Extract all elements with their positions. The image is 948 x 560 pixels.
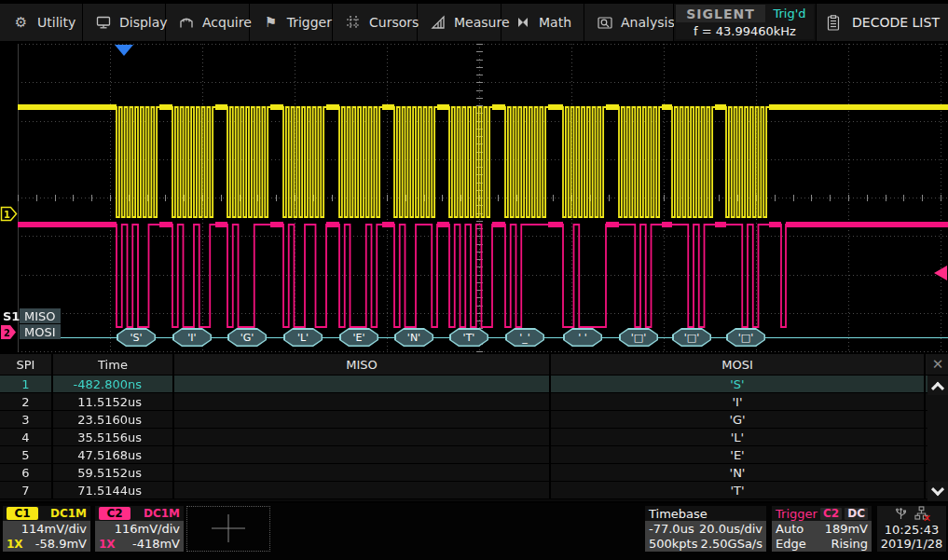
trigger-flag-icon: ⚑ — [263, 15, 279, 31]
menu-trigger[interactable]: ⚑ Trigger — [250, 4, 333, 41]
bus-mosi-label[interactable]: MOSI — [20, 324, 61, 339]
decode-table: SPI Time MISO MOSI 1-482.800ns'S'211.515… — [0, 354, 948, 501]
table-row[interactable]: 659.5152us'N' — [0, 464, 948, 482]
table-cell: 71.5144us — [53, 482, 174, 499]
waveform-display[interactable]: S1 MISO MOSI 'S''I''G''L''E''N''T''_'' '… — [0, 41, 948, 354]
table-cell — [174, 393, 551, 410]
menu-math-label: Math — [539, 15, 571, 30]
menu-utility-label: Utility — [37, 15, 76, 30]
channel-2-offset: -418mV — [132, 537, 180, 551]
decode-bubble: '_' — [505, 328, 544, 347]
menu-math[interactable]: Math — [501, 4, 584, 41]
clock-box: ✕ 10:25:43 2019/1/28 — [877, 506, 946, 552]
table-cell: 59.5152us — [53, 464, 174, 481]
timebase-box[interactable]: Timebase -77.0us 20.0us/div 500kpts 2.50… — [645, 506, 766, 552]
table-cell — [174, 429, 551, 445]
table-cell: 7 — [0, 482, 53, 499]
menu-display[interactable]: Display — [83, 4, 166, 41]
scroll-track[interactable] — [927, 395, 948, 482]
decode-bubble: '□' — [726, 328, 765, 347]
menu-cursors[interactable]: Cursors — [333, 4, 418, 41]
math-icon — [515, 15, 530, 31]
trigger-title: Trigger — [776, 507, 817, 521]
table-cell: 5 — [0, 446, 53, 463]
menu-analysis[interactable]: Analysis — [584, 4, 674, 41]
empty-channel-slot[interactable] — [186, 506, 270, 552]
analysis-icon — [598, 15, 612, 31]
decode-bubble-label: '□' — [674, 330, 710, 346]
table-row[interactable]: 435.5156us'L' — [0, 429, 948, 446]
crosshair-icon — [187, 507, 269, 551]
menu-acquire-label: Acquire — [202, 15, 252, 30]
decode-bubble: 'S' — [117, 328, 156, 347]
channel-2-probe: 1X — [99, 538, 116, 551]
table-cell — [174, 446, 551, 463]
table-row[interactable]: 1-482.800ns'S' — [0, 376, 948, 393]
menu-display-label: Display — [119, 15, 168, 30]
bottom-status-bar: C1 DC1M 114mV/div 1X -58.9mV C2 DC1M 116… — [0, 503, 948, 560]
decode-bubble: ' ' — [563, 328, 602, 347]
table-cell: 11.5152us — [53, 393, 174, 410]
col-header-time: Time — [53, 354, 174, 375]
decode-bubble-label: 'E' — [341, 330, 378, 346]
gear-icon: ⚙ — [13, 15, 29, 31]
table-cell: 'G' — [551, 411, 926, 428]
menu-cursors-label: Cursors — [369, 15, 419, 30]
menu-measure[interactable]: Measure — [418, 4, 501, 41]
timebase-points: 500kpts — [649, 537, 697, 551]
lan-disconnected-x: ✕ — [923, 512, 931, 525]
timebase-delay: -77.0us — [649, 522, 694, 536]
table-cell — [174, 464, 551, 481]
trigger-coupling: DC — [845, 508, 868, 520]
channel-2-scale: 116mV/div — [115, 522, 180, 536]
close-table-button[interactable]: ✕ — [927, 354, 948, 376]
trigger-status: Trig'd — [765, 5, 814, 22]
trigger-level: 189mV — [825, 522, 868, 536]
decode-bubble-label: ' ' — [565, 330, 601, 346]
decode-bubble: '□' — [619, 328, 658, 347]
table-cell: 23.5160us — [53, 411, 174, 428]
channel-2-badge: C2 — [99, 507, 131, 520]
table-cell: 'S' — [551, 376, 926, 392]
table-cell: 2 — [0, 393, 53, 410]
table-cell — [174, 376, 551, 392]
display-icon — [96, 15, 111, 31]
table-row[interactable]: 547.5168us'E' — [0, 446, 948, 464]
table-cell: 'I' — [551, 393, 926, 410]
decode-list-button[interactable]: DECODE LIST — [817, 4, 948, 41]
trigger-box[interactable]: Trigger C2 DC Auto 189mV Edge Rising — [772, 506, 872, 552]
usb-icon — [895, 506, 907, 523]
bus-miso-label[interactable]: MISO — [20, 308, 61, 323]
trigger-source: C2 — [820, 508, 842, 520]
table-cell: 4 — [0, 429, 53, 445]
lan-icon: ✕ — [914, 506, 928, 523]
col-header-miso: MISO — [174, 354, 551, 375]
channel-2-box[interactable]: C2 DC1M 116mV/div 1X -418mV — [95, 506, 184, 552]
decode-bubble: '□' — [672, 328, 711, 347]
decode-bubble: 'L' — [283, 328, 323, 347]
menu-analysis-label: Analysis — [621, 15, 675, 30]
decode-bubble-label: '□' — [621, 330, 657, 346]
decode-bubble: 'G' — [227, 328, 267, 347]
table-cell: 'L' — [551, 429, 926, 445]
table-row[interactable]: 771.5144us'T' — [0, 482, 948, 499]
table-cell: 6 — [0, 464, 53, 481]
waveform-canvas[interactable] — [0, 41, 948, 354]
scroll-up-button[interactable] — [927, 376, 948, 395]
channel-1-box[interactable]: C1 DC1M 114mV/div 1X -58.9mV — [3, 506, 90, 552]
table-row[interactable]: 211.5152us'I' — [0, 393, 948, 411]
table-scrollbar: ✕ — [927, 354, 948, 501]
scroll-down-button[interactable] — [927, 482, 948, 501]
table-row[interactable]: 323.5160us'G' — [0, 411, 948, 429]
channel-1-offset: -58.9mV — [35, 537, 87, 551]
timebase-scale: 20.0us/div — [699, 522, 763, 536]
channel-1-scale: 114mV/div — [21, 522, 87, 536]
menu-utility[interactable]: ⚙ Utility — [0, 4, 83, 41]
oscilloscope-screen: ⚙ Utility Display Acquire ⚑ Tr — [0, 0, 948, 560]
decode-bubble: 'E' — [339, 328, 378, 347]
menu-acquire[interactable]: Acquire — [166, 4, 250, 41]
cursors-icon — [346, 15, 361, 31]
table-cell: -482.800ns — [53, 376, 174, 392]
menu-trigger-label: Trigger — [287, 15, 332, 30]
frequency-counter: f = 43.99460kHz — [676, 22, 814, 39]
